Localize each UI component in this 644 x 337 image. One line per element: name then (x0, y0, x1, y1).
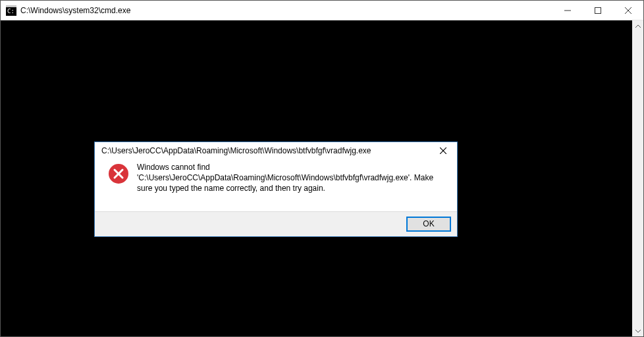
terminal-area[interactable]: C:\Users\JeroCC\AppData\Roaming\Microsof… (1, 20, 643, 336)
dialog-close-button[interactable] (435, 142, 452, 159)
window-title: C:\Windows\system32\cmd.exe (20, 6, 130, 15)
cmd-window: C: C:\Windows\system32\cmd.exe (0, 0, 644, 337)
window-controls (552, 1, 643, 20)
svg-rect-1 (6, 5, 16, 7)
titlebar[interactable]: C: C:\Windows\system32\cmd.exe (1, 1, 643, 20)
dialog-title: C:\Users\JeroCC\AppData\Roaming\Microsof… (101, 146, 435, 155)
dialog-body: Windows cannot find 'C:\Users\JeroCC\App… (95, 159, 457, 211)
dialog-footer: OK (95, 211, 457, 236)
minimize-button[interactable] (552, 1, 583, 20)
scroll-up-arrow[interactable] (632, 20, 643, 32)
ok-button[interactable]: OK (407, 217, 450, 231)
dialog-titlebar[interactable]: C:\Users\JeroCC\AppData\Roaming\Microsof… (95, 142, 457, 159)
dialog-message: Windows cannot find 'C:\Users\JeroCC\App… (137, 162, 449, 194)
cmd-icon: C: (6, 5, 16, 16)
error-dialog: C:\Users\JeroCC\AppData\Roaming\Microsof… (94, 142, 458, 237)
svg-text:C:: C: (7, 8, 14, 14)
vertical-scrollbar[interactable] (632, 20, 643, 336)
maximize-button[interactable] (583, 1, 613, 20)
error-icon (108, 163, 129, 184)
svg-rect-4 (595, 7, 601, 13)
close-button[interactable] (613, 1, 643, 20)
scroll-down-arrow[interactable] (632, 325, 643, 336)
